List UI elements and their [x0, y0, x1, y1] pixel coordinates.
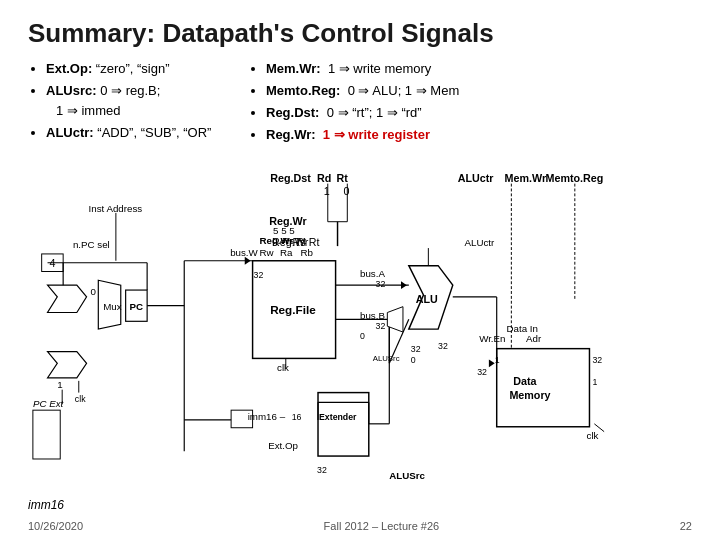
bottom-label: imm16 [28, 498, 64, 512]
bullet-regwr: Reg.Wr: 1 ⇒ write register [266, 125, 692, 145]
bullet-memtoreg: Memto.Reg: 0 ⇒ ALU; 1 ⇒ Mem [266, 81, 692, 101]
rt-val: 0 [343, 185, 349, 197]
imm16-label: imm16 – [248, 410, 286, 421]
diagram-area: Reg.Dst Rd Rt 1 0 ALUctr Memto.Reg Mem.W… [28, 154, 692, 514]
footer: 10/26/2020 Fall 2012 – Lecture #26 22 [28, 520, 692, 532]
data-memory-label2: Memory [509, 389, 550, 401]
alusrc-mux-label: ALUSrc [373, 354, 400, 363]
bullet-regdst: Reg.Dst: 0 ⇒ “rt”; 1 ⇒ “rd” [266, 103, 692, 123]
one-label: 1 [57, 378, 62, 389]
rd-val: 1 [324, 185, 330, 197]
thirty-two-left: 32 [254, 270, 264, 280]
aluctr-top-label: ALUctr [458, 171, 495, 183]
adr-label: Adr [526, 332, 542, 343]
mux-label: Mux [103, 300, 122, 311]
extender-32: 32 [317, 464, 327, 474]
bus-a-32: 32 [376, 279, 386, 289]
bullet-alusrc: ALUsrc: 0 ⇒ reg.B; 1 ⇒ immed [46, 81, 248, 121]
zero-sig-label: 0 [90, 286, 96, 297]
alu-32: 32 [411, 343, 421, 353]
rb-label: Rb [300, 246, 313, 257]
bus-b-0: 0 [360, 330, 365, 340]
bullet-aluctr: ALUctr: “ADD”, “SUB”, “OR” [46, 123, 248, 143]
bus-a-label: bus.A [360, 268, 385, 279]
npc-sel-label: n.PC sel [73, 239, 110, 250]
bullet-memwr: Mem.Wr: 1 ⇒ write memory [266, 59, 692, 79]
data-memory-label: Data [513, 374, 537, 386]
wren-label: Wr.En [479, 332, 505, 343]
inst-address-label: Inst Address [89, 203, 143, 214]
datapath-diagram: Reg.Dst Rd Rt 1 0 ALUctr Memto.Reg Mem.W… [28, 154, 692, 514]
bus-b-32: 32 [376, 321, 386, 331]
clk-label-left: clk [75, 394, 86, 404]
dm-32: 32 [477, 367, 487, 377]
imm16-16: 16 [292, 411, 302, 421]
bullet-extop: Ext.Op: “zero”, “sign” [46, 59, 248, 79]
ra-label: Ra [280, 246, 293, 257]
footer-page: 22 [680, 520, 692, 532]
right-bullets: Mem.Wr: 1 ⇒ write memory Memto.Reg: 0 ⇒ … [248, 59, 692, 148]
rt-label: Rt [337, 171, 349, 183]
dm-1: 1 [592, 376, 597, 386]
rd-label: Rd [317, 171, 331, 183]
reg-file-label: Reg.File [270, 303, 316, 316]
slide-title: Summary: Datapath's Control Signals [28, 18, 692, 49]
alu-label: ALU [416, 292, 438, 304]
pc-label: PC [130, 300, 144, 311]
rs5-label: 5 5 5 [273, 225, 295, 236]
memwr-label: Mem.Wr [505, 171, 547, 183]
bus-w-label: bus.W [230, 246, 258, 257]
svg-rect-20 [497, 348, 590, 426]
alusrc-label: ALUSrc [389, 469, 425, 480]
slide: Summary: Datapath's Control Signals Ext.… [0, 0, 720, 540]
alu-32-2: 32 [438, 340, 448, 350]
memtoreg-label: Memto.Reg [546, 171, 604, 183]
rs-label: Rs Rt [282, 235, 307, 246]
footer-course: Fall 2012 – Lecture #26 [324, 520, 440, 532]
extender-label: Extender [319, 411, 357, 421]
reg-dst-label: Reg.Dst [270, 171, 311, 183]
clk-reg-label: clk [277, 362, 289, 373]
footer-date: 10/26/2020 [28, 520, 83, 532]
rw-label: Rw [259, 246, 274, 257]
pc-ext-label: PC Ext [33, 398, 65, 409]
top-section: Ext.Op: “zero”, “sign” ALUsrc: 0 ⇒ reg.B… [28, 59, 692, 148]
clk-dm-label: clk [587, 430, 599, 441]
extop-label: Ext.Op [268, 440, 298, 451]
left-bullets: Ext.Op: “zero”, “sign” ALUsrc: 0 ⇒ reg.B… [28, 59, 248, 148]
alu-0: 0 [411, 355, 416, 365]
aluctr-label: ALUctr [464, 237, 495, 248]
dm-32-2: 32 [592, 355, 602, 365]
